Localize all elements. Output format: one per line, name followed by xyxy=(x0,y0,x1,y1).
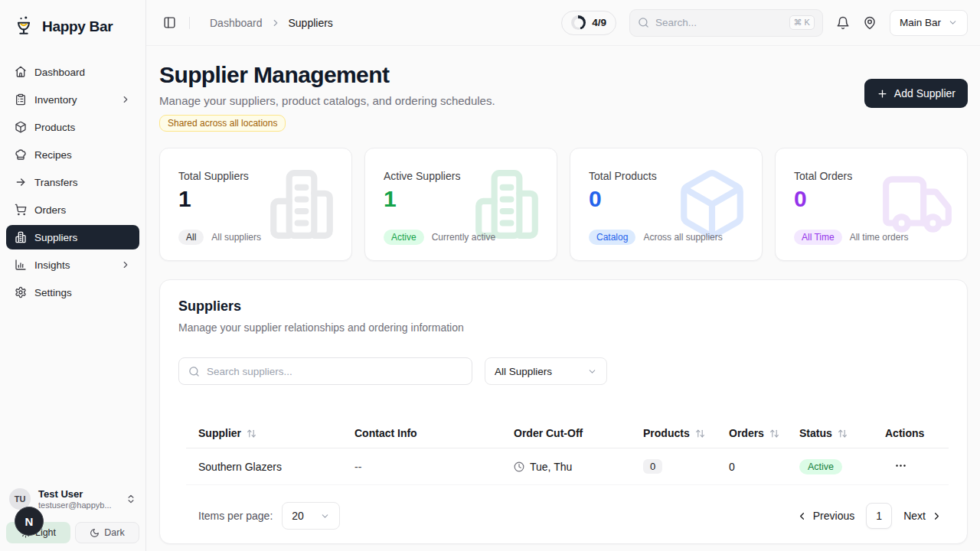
moon-icon xyxy=(90,528,100,538)
column-label: Contact Info xyxy=(354,427,417,439)
cell-supplier: Southern Glazers xyxy=(186,461,342,473)
map-pin-icon xyxy=(863,16,877,30)
sidebar-item-inventory[interactable]: Inventory xyxy=(6,87,139,112)
package-icon xyxy=(15,121,27,133)
column-label: Order Cut-Off xyxy=(514,427,583,439)
status-badge: Active xyxy=(799,459,842,474)
sidebar-item-label: Suppliers xyxy=(34,232,77,243)
supplier-search-input[interactable] xyxy=(207,366,462,377)
column-label: Products xyxy=(643,427,690,439)
chevron-left-icon xyxy=(796,510,808,522)
row-actions-button[interactable] xyxy=(894,459,907,474)
sidebar-item-label: Dashboard xyxy=(34,67,85,78)
sidebar-item-label: Transfers xyxy=(34,177,78,188)
global-search-input[interactable] xyxy=(655,17,783,28)
app-logo[interactable]: Happy Bar xyxy=(0,0,145,47)
chart-icon xyxy=(15,259,27,271)
supplier-search xyxy=(178,357,472,385)
sidebar-item-dashboard[interactable]: Dashboard xyxy=(6,60,139,84)
app-title: Happy Bar xyxy=(42,18,113,35)
search-shortcut-badge: ⌘ K xyxy=(789,15,815,30)
sidebar-item-orders[interactable]: Orders xyxy=(6,197,139,222)
column-label: Orders xyxy=(729,427,764,439)
items-per-page-select[interactable]: 20 xyxy=(282,502,340,530)
add-supplier-button[interactable]: Add Supplier xyxy=(864,79,968,108)
sidebar-item-label: Recipes xyxy=(34,149,72,161)
gear-icon xyxy=(15,286,27,298)
stat-caption: All suppliers xyxy=(211,232,261,243)
sidebar-item-transfers[interactable]: Transfers xyxy=(6,170,139,194)
progress-ring-icon xyxy=(571,15,586,30)
panel-title: Suppliers xyxy=(178,298,949,315)
onboarding-progress[interactable]: 4/9 xyxy=(561,11,616,35)
supplier-filter-select[interactable]: All Suppliers xyxy=(485,357,607,385)
page-number-button[interactable]: 1 xyxy=(866,503,892,529)
table-row[interactable]: Southern Glazers -- Tue, Thu 0 0 Active xyxy=(186,448,949,485)
global-search: ⌘ K xyxy=(629,9,823,37)
column-header-supplier[interactable]: Supplier xyxy=(186,427,342,439)
sidebar-toggle-button[interactable] xyxy=(158,12,180,34)
column-label: Actions xyxy=(885,427,924,439)
progress-label: 4/9 xyxy=(592,17,606,28)
column-header-products[interactable]: Products xyxy=(631,427,717,439)
clock-icon xyxy=(514,461,524,472)
user-name: Test User xyxy=(38,488,118,500)
breadcrumb-dashboard[interactable]: Dashboard xyxy=(210,17,263,29)
items-per-page-value: 20 xyxy=(292,510,304,522)
sidebar-item-insights[interactable]: Insights xyxy=(6,253,139,277)
pagination: Items per page: 20 Previous 1 xyxy=(186,502,949,530)
sidebar-item-recipes[interactable]: Recipes xyxy=(6,142,139,167)
column-label: Supplier xyxy=(198,427,241,439)
next-page-button[interactable]: Next xyxy=(903,510,942,522)
dev-tools-button[interactable]: N xyxy=(15,507,44,536)
add-supplier-label: Add Supplier xyxy=(894,87,956,99)
stat-badge: Catalog xyxy=(589,230,635,245)
column-label: Status xyxy=(799,427,832,439)
next-label: Next xyxy=(903,510,926,522)
sidebar-item-settings[interactable]: Settings xyxy=(6,280,139,305)
column-header-status[interactable]: Status xyxy=(787,427,873,439)
arrow-right-icon xyxy=(15,176,27,188)
sidebar-item-products[interactable]: Products xyxy=(6,115,139,139)
stat-caption: Currently active xyxy=(432,232,495,243)
notifications-button[interactable] xyxy=(836,16,850,30)
chevron-down-icon xyxy=(948,18,958,28)
pagination-right: Previous 1 Next xyxy=(796,503,949,529)
sidebar-nav: Dashboard Inventory Products Recipes Tra… xyxy=(0,47,145,305)
cell-orders: 0 xyxy=(717,461,787,473)
search-icon xyxy=(188,366,200,377)
column-header-contact-info: Contact Info xyxy=(342,427,501,439)
breadcrumb-current: Suppliers xyxy=(289,17,333,29)
content: Supplier Management Manage your supplier… xyxy=(146,46,980,551)
more-horizontal-icon xyxy=(894,459,907,474)
theme-dark-button[interactable]: Dark xyxy=(75,522,139,543)
home-icon xyxy=(15,66,27,78)
chevron-right-icon xyxy=(931,510,942,522)
location-selector[interactable]: Main Bar xyxy=(890,10,968,36)
main-area: Dashboard Suppliers 4/9 ⌘ K xyxy=(146,0,980,551)
sidebar-item-label: Orders xyxy=(34,204,66,216)
sidebar: Happy Bar Dashboard Inventory Products R… xyxy=(0,0,146,551)
supplier-building-watermark-icon xyxy=(264,167,339,242)
sidebar-item-label: Insights xyxy=(34,259,70,271)
column-header-orders[interactable]: Orders xyxy=(717,427,787,439)
stats-row: Total Suppliers 1 All All suppliers Acti… xyxy=(159,148,968,261)
clipboard-icon xyxy=(15,93,27,106)
page-title: Supplier Management xyxy=(159,61,495,89)
divider xyxy=(189,17,190,29)
previous-page-button[interactable]: Previous xyxy=(796,510,854,522)
user-email: testuser@happyb... xyxy=(38,500,118,510)
page-subtitle: Manage your suppliers, product catalogs,… xyxy=(159,94,495,107)
suppliers-panel: Suppliers Manage your supplier relations… xyxy=(159,279,968,544)
location-label: Main Bar xyxy=(900,17,941,28)
stat-card-total-suppliers: Total Suppliers 1 All All suppliers xyxy=(159,148,352,261)
column-header-order-cutoff: Order Cut-Off xyxy=(501,427,631,439)
chevron-right-icon xyxy=(270,18,281,28)
sidebar-item-label: Settings xyxy=(34,287,72,298)
stat-card-total-products: Total Products 0 Catalog Across all supp… xyxy=(570,148,763,261)
stat-card-active-suppliers: Active Suppliers 1 Active Currently acti… xyxy=(364,148,557,261)
theme-dark-label: Dark xyxy=(104,527,124,538)
sort-icon xyxy=(769,429,779,439)
sort-icon xyxy=(838,429,848,439)
sidebar-item-suppliers[interactable]: Suppliers xyxy=(6,225,139,249)
